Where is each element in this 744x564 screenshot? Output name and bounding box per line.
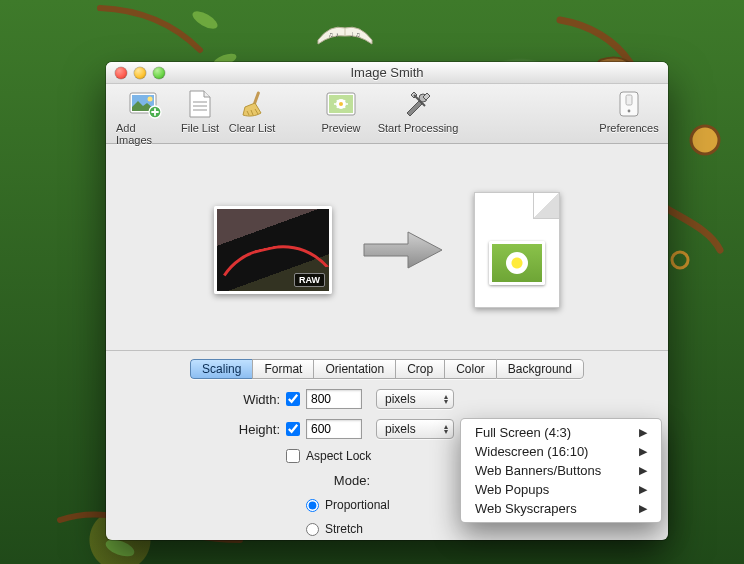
height-label: Height: — [116, 422, 286, 437]
menu-item-label: Widescreen (16:10) — [475, 444, 588, 459]
preview-area: RAW — [106, 150, 668, 350]
mode-stretch-radio[interactable] — [306, 523, 319, 536]
file-list-icon — [182, 88, 218, 120]
preview-button[interactable]: Preview — [312, 88, 370, 134]
toolbar-label: Clear List — [229, 122, 275, 134]
aspect-lock-checkbox[interactable] — [286, 449, 300, 463]
preferences-button[interactable]: Preferences — [600, 88, 658, 134]
preview-icon — [323, 88, 359, 120]
broom-icon — [234, 88, 270, 120]
file-list-button[interactable]: File List — [174, 88, 226, 146]
tab-format[interactable]: Format — [252, 359, 313, 379]
toolbar-label: File List — [181, 122, 219, 134]
width-label: Width: — [116, 392, 286, 407]
width-enable-checkbox[interactable] — [286, 392, 300, 406]
svg-point-15 — [339, 102, 343, 106]
switch-icon — [611, 88, 647, 120]
menu-item-label: Full Screen (4:3) — [475, 425, 571, 440]
preset-menu: Full Screen (4:3) ▶ Widescreen (16:10) ▶… — [460, 418, 662, 523]
source-thumbnail: RAW — [214, 206, 332, 294]
mode-proportional-label: Proportional — [325, 498, 390, 512]
preset-menu-item[interactable]: Web Banners/Buttons ▶ — [461, 461, 661, 480]
toolbar-label: Add Images — [116, 122, 174, 146]
toolbar-label: Preferences — [599, 122, 658, 134]
submenu-arrow-icon: ▶ — [639, 483, 647, 496]
tab-scaling[interactable]: Scaling — [190, 359, 252, 379]
titlebar[interactable]: Image Smith — [106, 62, 668, 84]
submenu-arrow-icon: ▶ — [639, 426, 647, 439]
height-enable-checkbox[interactable] — [286, 422, 300, 436]
svg-point-9 — [148, 97, 153, 102]
toolbar-label: Start Processing — [378, 122, 459, 134]
svg-rect-18 — [626, 95, 632, 105]
mode-label: Mode: — [306, 473, 376, 488]
raw-tag: RAW — [294, 273, 325, 287]
svg-point-19 — [628, 110, 631, 113]
popup-value: pixels — [385, 392, 416, 406]
toolbar: Add Images File List — [106, 84, 668, 144]
tools-icon — [400, 88, 436, 120]
window-title: Image Smith — [106, 62, 668, 84]
submenu-arrow-icon: ▶ — [639, 502, 647, 515]
menu-item-label: Web Skyscrapers — [475, 501, 577, 516]
clear-list-button[interactable]: Clear List — [226, 88, 278, 146]
menu-item-label: Web Banners/Buttons — [475, 463, 601, 478]
output-document — [474, 192, 560, 308]
preset-menu-item[interactable]: Web Skyscrapers ▶ — [461, 499, 661, 518]
menu-item-label: Web Popups — [475, 482, 549, 497]
chevron-updown-icon: ▴▾ — [442, 424, 450, 434]
preset-menu-item[interactable]: Widescreen (16:10) ▶ — [461, 442, 661, 461]
chevron-updown-icon: ▴▾ — [442, 394, 450, 404]
tab-background[interactable]: Background — [496, 359, 584, 379]
submenu-arrow-icon: ▶ — [639, 445, 647, 458]
popup-value: pixels — [385, 422, 416, 436]
tab-color[interactable]: Color — [444, 359, 496, 379]
tab-crop[interactable]: Crop — [395, 359, 444, 379]
width-input[interactable] — [306, 389, 362, 409]
submenu-arrow-icon: ▶ — [639, 464, 647, 477]
arrow-icon — [360, 228, 446, 272]
tab-orientation[interactable]: Orientation — [313, 359, 395, 379]
add-images-icon — [127, 88, 163, 120]
preset-menu-item[interactable]: Full Screen (4:3) ▶ — [461, 423, 661, 442]
settings-tabs: Scaling Format Orientation Crop Color Ba… — [190, 359, 584, 379]
aspect-lock-label: Aspect Lock — [306, 449, 371, 463]
width-units-popup[interactable]: pixels ▴▾ — [376, 389, 454, 409]
height-input[interactable] — [306, 419, 362, 439]
start-processing-button[interactable]: Start Processing — [370, 88, 466, 134]
mode-stretch-label: Stretch — [325, 522, 363, 536]
add-images-button[interactable]: Add Images — [116, 88, 174, 146]
toolbar-label: Preview — [321, 122, 360, 134]
height-units-popup[interactable]: pixels ▴▾ — [376, 419, 454, 439]
mode-proportional-radio[interactable] — [306, 499, 319, 512]
preset-menu-item[interactable]: Web Popups ▶ — [461, 480, 661, 499]
